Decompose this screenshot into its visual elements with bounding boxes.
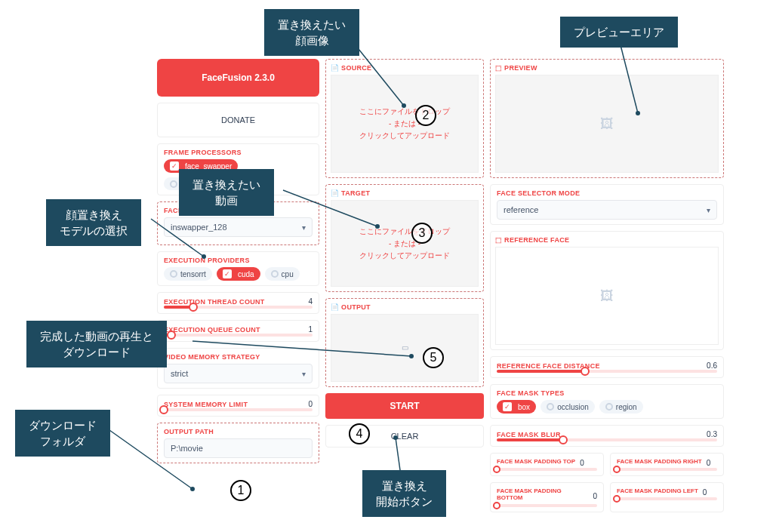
provider-tensorrt[interactable]: tensorrt: [164, 267, 212, 281]
pad-right-slider[interactable]: [617, 468, 717, 471]
image-icon: 🖼: [600, 288, 614, 304]
queue-count-slider[interactable]: [164, 334, 313, 337]
right-column: ⬚ PREVIEW 🖼 FACE SELECTOR MODE reference…: [490, 59, 724, 526]
target-dropzone[interactable]: ここにファイルをドロップ - または - クリックしてアップロード: [331, 200, 479, 287]
system-memory-value: 0: [291, 400, 313, 408]
output-label: 📄 OUTPUT: [331, 303, 479, 311]
output-path-input[interactable]: [164, 438, 313, 458]
mask-box[interactable]: box: [497, 400, 536, 414]
middle-column: 📄 SOURCE ここにファイルをドロップ - または - クリックしてアップロ…: [325, 59, 484, 526]
output-dropzone[interactable]: ▭: [331, 314, 479, 382]
reference-face-area: 🖼: [495, 247, 719, 345]
thread-count-value: 4: [291, 297, 313, 306]
pad-top-label: FACE MASK PADDING TOP: [497, 458, 575, 465]
pad-left-slider[interactable]: [617, 497, 717, 500]
image-icon: 🖼: [600, 116, 614, 132]
start-button[interactable]: START: [325, 393, 484, 419]
app-window: FaceFusion 2.3.0 DONATE FRAME PROCESSORS…: [151, 53, 747, 532]
callout-output: 完成した動画の再生とダウンロード: [26, 321, 167, 367]
pad-top-card: FACE MASK PADDING TOP 0: [490, 453, 604, 476]
output-card: 📄 OUTPUT ▭: [325, 298, 484, 387]
pad-right-value: 0: [707, 459, 711, 467]
callout-source: 置き換えたい顔画像: [264, 9, 359, 56]
mask-region[interactable]: region: [599, 400, 643, 414]
thread-count-label: EXECUTION THREAD COUNT: [164, 298, 265, 306]
video-memory-select[interactable]: strict▾: [164, 364, 313, 383]
face-selector-select[interactable]: reference▾: [497, 200, 717, 220]
pad-bottom-value: 0: [593, 492, 597, 500]
step-3: 3: [411, 223, 433, 244]
execution-providers-label: EXECUTION PROVIDERS: [164, 257, 313, 264]
output-path-label: OUTPUT PATH: [164, 428, 313, 435]
frame-processors-label: FRAME PROCESSORS: [164, 149, 313, 156]
queue-count-value: 1: [291, 325, 313, 334]
callout-target: 置き換えたい動画: [179, 169, 274, 216]
queue-count-card: EXECUTION QUEUE COUNT 1: [157, 320, 319, 342]
donate-label: DONATE: [164, 108, 313, 132]
pad-left-label: FACE MASK PADDING LEFT: [617, 487, 698, 494]
provider-cuda[interactable]: cuda: [217, 267, 260, 281]
callout-preview: プレビューエリア: [560, 17, 678, 48]
mask-occlusion[interactable]: occlusion: [540, 400, 595, 414]
provider-cpu[interactable]: cpu: [265, 267, 300, 281]
callout-model: 顔置き換えモデルの選択: [46, 199, 141, 246]
pad-right-card: FACE MASK PADDING RIGHT 0: [610, 453, 724, 476]
pad-left-card: FACE MASK PADDING LEFT 0: [610, 482, 724, 512]
preview-label: ⬚ PREVIEW: [495, 64, 719, 72]
source-dropzone[interactable]: ここにファイルをドロップ - または - クリックしてアップロード: [331, 75, 479, 173]
step-2: 2: [415, 105, 436, 126]
mask-types-label: FACE MASK TYPES: [497, 389, 717, 397]
video-memory-label: VIDEO MEMORY STRATEGY: [164, 353, 313, 361]
queue-count-label: EXECUTION QUEUE COUNT: [164, 326, 260, 334]
chevron-down-icon: ▾: [707, 206, 710, 214]
pad-left-value: 0: [703, 488, 707, 497]
pad-bottom-card: FACE MASK PADDING BOTTOM 0: [490, 482, 604, 512]
system-memory-card: SYSTEM MEMORY LIMIT 0: [157, 395, 319, 417]
ref-distance-card: REFERENCE FACE DISTANCE 0.6: [490, 356, 724, 378]
callout-download: ダウンロードフォルダ: [15, 410, 110, 457]
donate-card[interactable]: DONATE: [157, 103, 319, 137]
brand-header: FaceFusion 2.3.0: [157, 59, 319, 97]
step-5: 5: [423, 347, 444, 368]
pad-right-label: FACE MASK PADDING RIGHT: [617, 458, 702, 465]
step-1: 1: [230, 480, 251, 501]
face-selector-label: FACE SELECTOR MODE: [497, 189, 717, 197]
preview-card: ⬚ PREVIEW 🖼: [490, 59, 724, 178]
pad-bottom-label: FACE MASK PADDING BOTTOM: [497, 487, 588, 501]
source-label: 📄 SOURCE: [331, 64, 479, 72]
pad-top-value: 0: [580, 459, 584, 467]
mask-types-card: FACE MASK TYPES box occlusion region: [490, 384, 724, 419]
target-label: 📄 TARGET: [331, 189, 479, 197]
left-column: FaceFusion 2.3.0 DONATE FRAME PROCESSORS…: [157, 59, 319, 526]
face-selector-card: FACE SELECTOR MODE reference▾: [490, 184, 724, 225]
reference-face-label: ⬚ REFERENCE FACE: [495, 236, 719, 244]
reference-face-card: ⬚ REFERENCE FACE 🖼: [490, 231, 724, 350]
thread-count-card: EXECUTION THREAD COUNT 4: [157, 292, 319, 314]
output-path-card: OUTPUT PATH: [157, 423, 319, 463]
pad-bottom-slider[interactable]: [497, 504, 597, 507]
source-card: 📄 SOURCE ここにファイルをドロップ - または - クリックしてアップロ…: [325, 59, 484, 178]
execution-providers-card: EXECUTION PROVIDERS tensorrt cuda cpu: [157, 251, 319, 286]
thread-count-slider[interactable]: [164, 306, 313, 309]
callout-start: 置き換え開始ボタン: [362, 470, 446, 517]
face-swapper-model-select[interactable]: inswapper_128▾: [164, 217, 313, 237]
mask-blur-value: 0.3: [696, 430, 717, 438]
mask-blur-card: FACE MASK BLUR 0.3: [490, 425, 724, 447]
mask-blur-label: FACE MASK BLUR: [497, 431, 561, 438]
pad-top-slider[interactable]: [497, 468, 597, 471]
video-memory-card: VIDEO MEMORY STRATEGY strict▾: [157, 348, 319, 389]
ref-distance-slider[interactable]: [497, 370, 717, 373]
system-memory-label: SYSTEM MEMORY LIMIT: [164, 401, 248, 408]
chevron-down-icon: ▾: [302, 370, 306, 378]
target-card: 📄 TARGET ここにファイルをドロップ - または - クリックしてアップロ…: [325, 184, 484, 292]
system-memory-slider[interactable]: [164, 408, 313, 411]
ref-distance-value: 0.6: [696, 361, 717, 370]
step-4: 4: [349, 423, 370, 444]
preview-area: 🖼: [495, 75, 719, 173]
mask-blur-slider[interactable]: [497, 438, 717, 441]
chevron-down-icon: ▾: [302, 223, 306, 232]
